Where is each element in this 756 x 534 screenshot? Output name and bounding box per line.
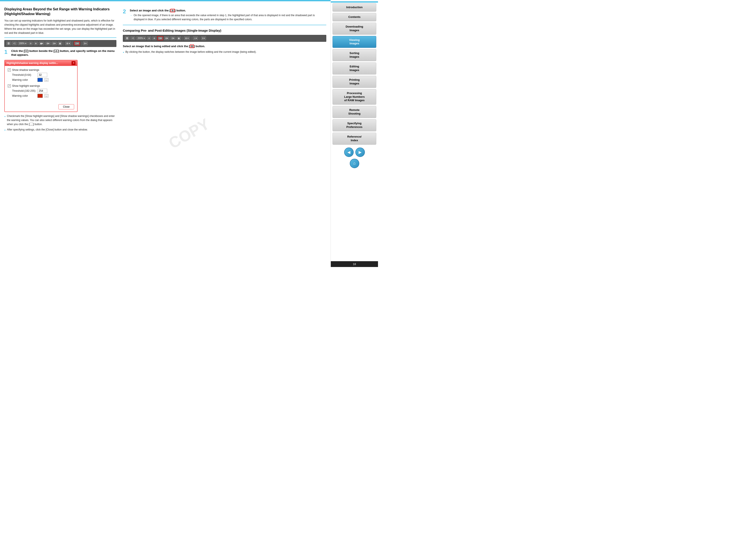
sidebar: Introduction Contents Downloading Images… — [331, 1, 378, 267]
home-icon-area: ⌂ — [331, 159, 378, 168]
bullet-item-1: Checkmark the [Show highlight warnings] … — [4, 114, 116, 127]
dialog-close-x[interactable]: ✕ — [71, 61, 75, 65]
copy-watermark: COPY — [166, 115, 212, 152]
toolbar-icon-img[interactable]: 🖼 — [6, 41, 11, 45]
sidebar-item-downloading[interactable]: Downloading Images — [333, 23, 376, 35]
highlight-color-btn[interactable]: ... — [44, 94, 48, 97]
toolbar2-warning-btn[interactable]: ⚠▾ — [193, 37, 198, 40]
toolbar2-fit3[interactable]: ⊟▾ — [170, 37, 176, 40]
compare-step: Select an image that is being edited and… — [123, 44, 326, 54]
toolbar-sep-1 — [64, 41, 64, 45]
divider-2 — [123, 25, 326, 25]
highlight-checkbox-row: ✓ Show highlight warnings — [8, 85, 74, 88]
top-accent-bar — [0, 0, 331, 1]
step-2-title: Select an image and click the [⚠] button… — [130, 9, 326, 13]
shadow-color-swatch — [38, 78, 43, 82]
compare-bullet: By clicking the button, the display swit… — [123, 50, 326, 54]
compare-step-title: Select an image that is being edited and… — [123, 44, 326, 48]
toolbar-fit3[interactable]: ⊟▾ — [51, 41, 57, 45]
highlight-color-swatch — [38, 94, 43, 98]
step-2-body: On the opened image, if there is an area… — [130, 13, 326, 21]
toolbar-zoom-in[interactable]: ⊕ — [34, 41, 38, 45]
highlight-threshold-input[interactable] — [38, 89, 47, 93]
shadow-threshold-input[interactable] — [38, 73, 47, 77]
toolbar-sep-2 — [72, 41, 73, 45]
step-1-row: 1 Click the [▾] button beside the [⚠] bu… — [4, 49, 116, 58]
sidebar-nav-icons: ◀ ▶ — [333, 147, 376, 157]
shadow-checkbox[interactable]: ✓ — [8, 68, 11, 71]
section-title-highlight-warning: Displaying Areas Beyond the Set Range wi… — [4, 7, 116, 16]
highlight-color-label: Warning color — [12, 94, 36, 97]
toolbar2-fit2[interactable]: ⊞▾ — [164, 37, 169, 40]
page-number-area: 18 — [331, 261, 378, 267]
highlight-threshold-row: Threshold:(192-255) — [12, 89, 74, 93]
step-1-number: 1 — [4, 49, 9, 58]
toolbar-bar-1: 🖼 ×1 200% ▾ ⊖ ⊕ ▣▾ ⊞▾ ⊟▾ ▦ ⊞ ▾ ⚠▾ — [4, 40, 116, 47]
prev-page-btn[interactable]: ◀ — [344, 147, 354, 157]
shadow-color-row: Warning color ... — [12, 78, 74, 82]
sidebar-item-contents[interactable]: Contents — [333, 13, 376, 21]
divider-1 — [4, 38, 116, 38]
shadow-section: ✓ Show shadow warnings Threshold:(0-64) … — [8, 68, 74, 82]
sidebar-item-processing[interactable]: Processing Large Numbers of RAW Images — [333, 89, 376, 105]
toolbar-bar-2: 🖼 ×1 200% ▾ ⊖ ⊕ ⊡▾ ⊞▾ ⊟▾ ▦ ⊞ ▾ ⚠▾ — [123, 35, 326, 42]
section2-title: Comparing Pre- and Post-Editing Images (… — [123, 28, 326, 33]
dialog-close-button[interactable]: Close — [58, 104, 74, 109]
toolbar-zoom-out[interactable]: ⊖ — [28, 41, 33, 45]
step-2-content: Select an image and click the [⚠] button… — [130, 9, 326, 23]
toolbar2-zoom-out[interactable]: ⊖ — [147, 37, 151, 40]
highlight-section: ✓ Show highlight warnings Threshold:(192… — [8, 85, 74, 98]
toolbar2-grid[interactable]: ⊞ ▾ — [184, 37, 190, 40]
toolbar-fit1[interactable]: ▣▾ — [39, 41, 44, 45]
left-column: Displaying Areas Beyond the Set Range wi… — [4, 7, 116, 134]
sidebar-item-remote[interactable]: Remote Shooting — [333, 106, 376, 118]
toolbar2-200[interactable]: 200% ▾ — [136, 37, 146, 40]
toolbar2-sep-3 — [200, 37, 200, 40]
sidebar-item-editing[interactable]: Editing Images — [333, 63, 376, 74]
highlight-color-row: Warning color ... — [12, 94, 74, 98]
toolbar-fit2[interactable]: ⊞▾ — [45, 41, 51, 45]
right-column: 2 Select an image and click the [⚠] butt… — [123, 7, 326, 134]
section-description: You can set up warning indicators for bo… — [4, 19, 116, 35]
toolbar2-icon-img[interactable]: 🖼 — [125, 37, 129, 40]
next-page-btn[interactable]: ▶ — [355, 147, 365, 157]
toolbar-warning-btn[interactable]: ⚠▾ — [74, 41, 80, 45]
step-2-number: 2 — [123, 9, 127, 23]
dialog-body: ✓ Show shadow warnings Threshold:(0-64) … — [5, 66, 77, 103]
step-1-content: Click the [▾] button beside the [⚠] butt… — [11, 49, 116, 58]
shadow-threshold-row: Threshold:(0-64) — [12, 73, 74, 77]
highlight-checkbox[interactable]: ✓ — [8, 85, 11, 88]
toolbar2-compare-btn[interactable]: ⊡▾ — [157, 36, 163, 40]
toolbar-view[interactable]: ▦ — [58, 41, 62, 45]
toolbar2-zoom-in[interactable]: ⊕ — [152, 37, 156, 40]
sidebar-item-printing[interactable]: Printing Images — [333, 76, 376, 88]
highlight-shadow-dialog: Highlight/shadow warning display settin.… — [4, 60, 78, 112]
toolbar2-info[interactable]: ℹ ▾ — [201, 37, 206, 40]
shadow-checkbox-label: Show shadow warnings — [12, 68, 39, 71]
toolbar2-x1[interactable]: ×1 — [130, 37, 135, 40]
toolbar-200[interactable]: 200% ▾ — [18, 41, 27, 45]
sidebar-item-viewing[interactable]: Viewing Images — [333, 36, 376, 48]
shadow-checkbox-row: ✓ Show shadow warnings — [8, 68, 74, 71]
shadow-color-btn[interactable]: ... — [44, 78, 48, 82]
bullet-item-2: After specifying settings, click the [Cl… — [4, 128, 116, 132]
sidebar-item-sorting[interactable]: Sorting Images — [333, 49, 376, 61]
shadow-threshold-label: Threshold:(0-64) — [12, 73, 36, 76]
sidebar-item-specifying[interactable]: Specifying Preferences — [333, 119, 376, 131]
shadow-color-label: Warning color — [12, 78, 36, 81]
dialog-titlebar: Highlight/shadow warning display settin.… — [5, 60, 77, 66]
toolbar2-view[interactable]: ▦ — [176, 37, 181, 40]
home-btn[interactable]: ⌂ — [350, 159, 359, 168]
toolbar-grid[interactable]: ⊞ ▾ — [65, 41, 71, 45]
bullet-list: Checkmark the [Show highlight warnings] … — [4, 114, 116, 132]
step-2-row: 2 Select an image and click the [⚠] butt… — [123, 9, 326, 23]
highlight-threshold-label: Threshold:(192-255) — [12, 89, 36, 92]
toolbar-x1[interactable]: ×1 — [12, 41, 17, 45]
sidebar-item-reference[interactable]: Reference/ Index — [333, 133, 376, 145]
toolbar-info[interactable]: ℹ ▾ — [83, 41, 88, 45]
highlight-checkbox-label: Show highlight warnings — [12, 85, 40, 88]
sidebar-top-bar — [331, 1, 378, 3]
sidebar-item-introduction[interactable]: Introduction — [333, 3, 376, 12]
dialog-footer: Close — [5, 103, 77, 112]
step-1-title: Click the [▾] button beside the [⚠] butt… — [11, 49, 116, 57]
